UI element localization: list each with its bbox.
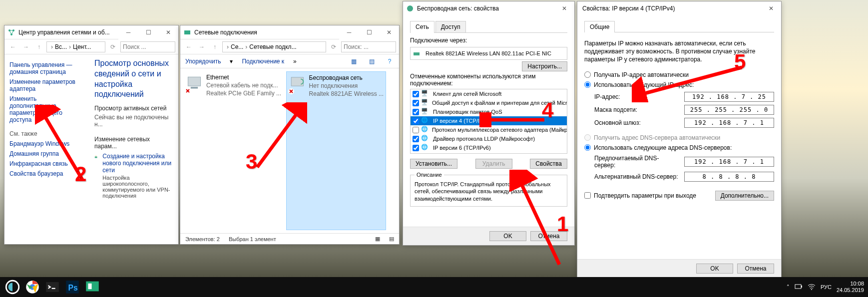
view-icon[interactable]: ▦: [349, 57, 358, 66]
close-button[interactable]: ✕: [554, 1, 574, 15]
maximize-button[interactable]: ☐: [138, 25, 158, 39]
ok-button[interactable]: OK: [489, 231, 526, 241]
cp-home-link[interactable]: Панель управления — домашняя страница: [9, 61, 84, 75]
view-list-icon[interactable]: ▦: [375, 236, 380, 242]
taskbar-photoshop[interactable]: Ps: [64, 279, 81, 296]
taskbar-terminal[interactable]: [44, 279, 61, 296]
component-item[interactable]: 🌐Драйвер протокола LLDP (Майкрософт): [411, 134, 567, 143]
forward-button[interactable]: →: [20, 41, 31, 52]
homegroup-link[interactable]: Домашняя группа: [9, 150, 84, 157]
uninstall-button[interactable]: Удалить: [475, 159, 512, 169]
tab-access[interactable]: Доступ: [435, 21, 466, 33]
search-input[interactable]: Поиск: ...: [341, 41, 396, 52]
taskbar-chrome[interactable]: [24, 279, 41, 296]
toolbar: Упорядочить▾ Подключение к» ▦ ▤ ?: [180, 54, 399, 68]
close-button[interactable]: ✕: [379, 25, 399, 39]
breadcrumb[interactable]: › Вс... › Цент...: [46, 41, 105, 52]
back-button[interactable]: ←: [7, 41, 18, 52]
details-icon[interactable]: ▤: [367, 57, 376, 66]
dns1-field[interactable]: 192 . 168 . 7 . 1: [684, 157, 774, 167]
components-label: Отмеченные компоненты используются этим …: [410, 73, 567, 87]
svg-rect-13: [414, 52, 420, 55]
tray-language[interactable]: РУС: [821, 284, 832, 290]
up-button[interactable]: ↑: [209, 41, 220, 52]
view-details-icon[interactable]: ▤: [389, 236, 394, 242]
cancel-button[interactable]: Отмена: [530, 231, 567, 241]
forward-button[interactable]: →: [196, 41, 207, 52]
tab-network[interactable]: Сеть: [410, 21, 434, 33]
gateway-field[interactable]: 192 . 168 . 7 . 1: [684, 118, 774, 128]
cancel-button[interactable]: Отмена: [737, 264, 774, 274]
tab-row: Общие: [584, 20, 774, 32]
crumb: Сетевые подкл...: [249, 43, 296, 50]
component-checkbox[interactable]: [413, 109, 419, 115]
auto-ip-radio[interactable]: [584, 71, 591, 78]
connections-list: Ethernet Сетевой кабель не подк... Realt…: [180, 68, 399, 233]
close-button[interactable]: ✕: [158, 25, 178, 39]
ir-link[interactable]: Инфракрасная связь: [9, 160, 84, 167]
component-item[interactable]: 🖥️Общий доступ к файлам и принтерам для …: [411, 98, 567, 107]
minimize-button[interactable]: ─: [118, 25, 138, 39]
svg-rect-17: [46, 282, 59, 292]
taskbar-app[interactable]: [84, 279, 101, 296]
refresh-button[interactable]: ⟳: [328, 41, 339, 52]
manual-ip-label: Использовать следующий IP-адрес:: [594, 81, 694, 88]
breadcrumb[interactable]: › Се... › Сетевые подкл...: [222, 41, 326, 52]
component-icon: 🌐: [421, 144, 429, 152]
adapter-name-box: Realtek 8821AE Wireless LAN 802.11ac PCI…: [410, 47, 567, 60]
search-input[interactable]: Поиск ...: [120, 41, 175, 52]
component-item[interactable]: 🖥️Клиент для сетей Microsoft: [411, 89, 567, 98]
up-button[interactable]: ↑: [33, 41, 44, 52]
component-item-ipv4[interactable]: 🌐IP версии 4 (TCP/IPv4): [411, 116, 567, 125]
fw-link[interactable]: Брандмауэр Windows: [9, 140, 84, 147]
tray-up-icon[interactable]: ˄: [787, 284, 790, 291]
configure-button[interactable]: Настроить...: [522, 61, 567, 71]
clock-date: 24.05.2019: [837, 287, 864, 294]
svg-rect-4: [95, 156, 97, 158]
manual-ip-radio[interactable]: [584, 81, 591, 88]
validate-checkbox[interactable]: [584, 192, 591, 199]
mask-field[interactable]: 255 . 255 . 255 . 0: [684, 105, 774, 115]
component-item[interactable]: 🌐IP версии 6 (TCP/IPv6): [411, 143, 567, 152]
component-checkbox[interactable]: [413, 118, 419, 124]
advanced-sharing-link[interactable]: Изменить дополнительные параметры общего…: [9, 95, 84, 123]
maximize-button[interactable]: ☐: [359, 25, 379, 39]
tray-battery-icon[interactable]: [795, 284, 803, 291]
component-checkbox[interactable]: [413, 127, 419, 133]
active-networks-header: Просмотр активных сетей: [94, 105, 173, 112]
crumb: Цент...: [73, 43, 91, 50]
minimize-button[interactable]: ─: [339, 25, 359, 39]
change-adapter-link[interactable]: Изменение параметров адаптера: [9, 78, 84, 92]
connect-via-label: Подключение через:: [410, 37, 567, 44]
refresh-button[interactable]: ⟳: [107, 41, 118, 52]
tray-clock[interactable]: 10:08 24.05.2019: [837, 281, 864, 294]
components-list[interactable]: 🖥️Клиент для сетей Microsoft 🖥️Общий дос…: [410, 89, 567, 154]
help-icon[interactable]: ?: [385, 57, 394, 66]
tab-general[interactable]: Общие: [584, 21, 615, 32]
start-button[interactable]: [4, 279, 21, 296]
titlebar: Свойства: IP версии 4 (TCP/IPv4) ✕: [577, 1, 781, 15]
ip-field[interactable]: 192 . 168 . 7 . 25: [684, 92, 774, 102]
new-connection-link[interactable]: Создание и настройка нового подключения …: [102, 153, 173, 174]
component-item[interactable]: 🌐Протокол мультиплексора сетевого адапте…: [411, 125, 567, 134]
component-item[interactable]: 🖥️Планировщик пакетов QoS: [411, 107, 567, 116]
component-checkbox[interactable]: [413, 100, 419, 106]
back-button[interactable]: ←: [183, 41, 194, 52]
browser-props-link[interactable]: Свойства браузера: [9, 170, 84, 177]
connection-ethernet[interactable]: Ethernet Сетевой кабель не подк... Realt…: [183, 71, 283, 230]
component-checkbox[interactable]: [413, 145, 419, 151]
organize-menu[interactable]: Упорядочить: [185, 58, 221, 65]
dns2-label: Альтернативный DNS-сервер:: [594, 173, 679, 180]
close-button[interactable]: ✕: [761, 1, 781, 15]
install-button[interactable]: Установить...: [410, 159, 457, 169]
component-checkbox[interactable]: [413, 136, 419, 142]
tray-wifi-icon[interactable]: [808, 283, 816, 291]
dns2-field[interactable]: 8 . 8 . 8 . 8: [684, 172, 774, 182]
advanced-button[interactable]: Дополнительно...: [715, 191, 774, 201]
component-checkbox[interactable]: [413, 91, 419, 97]
properties-button[interactable]: Свойства: [530, 159, 567, 169]
ok-button[interactable]: OK: [696, 264, 733, 274]
manual-dns-radio[interactable]: [584, 144, 591, 151]
connect-to-menu[interactable]: Подключение к: [242, 58, 284, 65]
connection-wifi[interactable]: Беспроводная сеть Нет подключения Realte…: [286, 71, 386, 230]
